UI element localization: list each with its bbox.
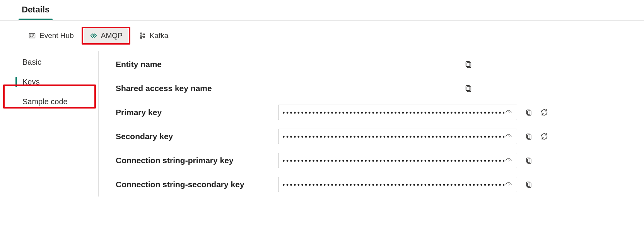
reveal-button-connection-string-secondary[interactable] [504, 180, 513, 189]
main-panel: Entity name Shared access key name Prima… [99, 51, 644, 197]
label-shared-access-key-name: Shared access key name [116, 84, 278, 93]
row-secondary-key: Secondary key ●●●●●●●●●●●●●●●●●●●●●●●●●●… [116, 124, 644, 148]
primary-key-field[interactable]: ●●●●●●●●●●●●●●●●●●●●●●●●●●●●●●●●●●●●●●●●… [278, 105, 517, 120]
protocol-tab-event-hub[interactable]: Event Hub [22, 28, 79, 43]
kafka-icon [138, 31, 147, 40]
svg-line-13 [142, 34, 143, 35]
sidebar-item-basic[interactable]: Basic [15, 52, 98, 72]
protocol-tab-amqp[interactable]: AMQP [84, 28, 128, 43]
connection-string-secondary-field[interactable]: ●●●●●●●●●●●●●●●●●●●●●●●●●●●●●●●●●●●●●●●●… [278, 177, 517, 192]
event-hub-icon [28, 31, 36, 40]
svg-point-2 [32, 35, 32, 36]
row-connection-string-primary: Connection string-primary key ●●●●●●●●●●… [116, 148, 644, 172]
svg-line-14 [142, 36, 143, 37]
sidebar-item-keys[interactable]: Keys [15, 72, 98, 92]
copy-button-secondary-key[interactable] [524, 132, 533, 141]
sidebar-item-sample-code[interactable]: Sample code [15, 92, 98, 112]
tab-details-label: Details [22, 5, 50, 14]
sidebar-item-basic-label: Basic [22, 58, 41, 66]
svg-rect-18 [466, 86, 470, 91]
svg-rect-0 [29, 33, 35, 38]
secondary-key-mask: ●●●●●●●●●●●●●●●●●●●●●●●●●●●●●●●●●●●●●●●●… [282, 134, 504, 139]
svg-rect-21 [526, 110, 530, 114]
copy-button-entity-name[interactable] [464, 60, 473, 69]
row-connection-string-secondary: Connection string-secondary key ●●●●●●●●… [116, 172, 644, 197]
primary-key-mask: ●●●●●●●●●●●●●●●●●●●●●●●●●●●●●●●●●●●●●●●●… [282, 110, 504, 115]
svg-point-28 [508, 184, 509, 185]
reveal-button-secondary-key[interactable] [504, 132, 513, 141]
amqp-icon [89, 31, 98, 40]
svg-point-6 [140, 33, 142, 34]
copy-button-connection-string-primary[interactable] [524, 156, 533, 165]
svg-point-19 [508, 112, 509, 113]
amqp-highlight: AMQP [82, 27, 130, 45]
svg-point-8 [140, 37, 142, 38]
svg-rect-23 [528, 135, 531, 140]
sidebar-item-sample-code-label: Sample code [22, 97, 68, 106]
label-primary-key: Primary key [116, 108, 278, 117]
svg-point-22 [508, 136, 509, 137]
regenerate-button-secondary-key[interactable] [540, 132, 549, 141]
svg-rect-29 [528, 183, 531, 188]
svg-rect-15 [467, 62, 471, 67]
top-tabs: Details [0, 0, 644, 21]
reveal-button-connection-string-primary[interactable] [504, 156, 513, 165]
svg-point-3 [33, 35, 34, 36]
svg-rect-30 [526, 182, 530, 186]
svg-rect-20 [528, 111, 531, 116]
label-connection-string-primary: Connection string-primary key [116, 156, 278, 165]
label-connection-string-secondary: Connection string-secondary key [116, 180, 278, 189]
svg-rect-16 [466, 62, 470, 67]
tab-details[interactable]: Details [15, 0, 56, 20]
sidebar-item-keys-label: Keys [22, 78, 39, 86]
protocol-tab-kafka-label: Kafka [150, 31, 169, 40]
svg-point-7 [140, 35, 142, 36]
svg-point-9 [143, 34, 144, 35]
label-entity-name: Entity name [116, 60, 278, 69]
copy-button-primary-key[interactable] [524, 108, 533, 117]
protocol-tab-kafka[interactable]: Kafka [133, 28, 174, 43]
regenerate-button-primary-key[interactable] [540, 108, 549, 117]
row-entity-name: Entity name [116, 52, 644, 76]
connection-string-primary-field[interactable]: ●●●●●●●●●●●●●●●●●●●●●●●●●●●●●●●●●●●●●●●●… [278, 153, 517, 168]
svg-rect-17 [467, 86, 471, 91]
svg-rect-24 [526, 134, 530, 138]
row-primary-key: Primary key ●●●●●●●●●●●●●●●●●●●●●●●●●●●●… [116, 100, 644, 124]
secondary-key-field[interactable]: ●●●●●●●●●●●●●●●●●●●●●●●●●●●●●●●●●●●●●●●●… [278, 129, 517, 144]
protocol-tabs: Event Hub AMQP [0, 21, 644, 51]
svg-rect-26 [528, 159, 531, 164]
reveal-button-primary-key[interactable] [504, 108, 513, 117]
connection-string-primary-mask: ●●●●●●●●●●●●●●●●●●●●●●●●●●●●●●●●●●●●●●●●… [282, 158, 504, 163]
label-secondary-key: Secondary key [116, 132, 278, 141]
row-shared-access-key-name: Shared access key name [116, 76, 644, 100]
svg-rect-27 [526, 158, 530, 162]
copy-button-shared-access-key-name[interactable] [464, 84, 473, 93]
svg-point-4 [31, 36, 31, 37]
sidebar: Basic Keys Sample code [15, 51, 99, 197]
svg-point-1 [31, 35, 31, 36]
svg-point-5 [32, 36, 32, 37]
svg-point-10 [143, 36, 144, 38]
copy-button-connection-string-secondary[interactable] [524, 180, 533, 189]
svg-point-25 [508, 160, 509, 161]
protocol-tab-amqp-label: AMQP [101, 31, 123, 40]
protocol-tab-event-hub-label: Event Hub [39, 31, 74, 40]
connection-string-secondary-mask: ●●●●●●●●●●●●●●●●●●●●●●●●●●●●●●●●●●●●●●●●… [282, 182, 504, 187]
